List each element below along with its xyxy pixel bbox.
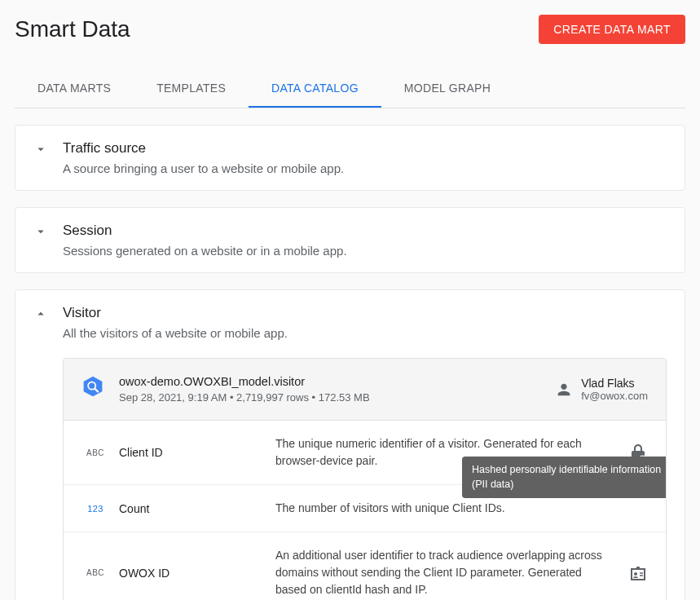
field-name: OWOX ID — [119, 567, 266, 580]
owner-email: fv@owox.com — [581, 390, 648, 402]
model-meta: Sep 28, 2021, 9:19 AM • 2,719,997 rows •… — [119, 391, 370, 404]
tooltip: Hashed personally identifiable informati… — [462, 457, 667, 498]
owner-name: Vlad Flaks — [581, 377, 648, 390]
type-badge-number: 123 — [81, 504, 109, 514]
model-header: owox-demo.OWOXBI_model.visitor Sep 28, 2… — [64, 359, 666, 421]
section-title: Session — [63, 223, 347, 239]
section-title: Visitor — [63, 305, 288, 321]
model-owner: Vlad Flaks fv@owox.com — [555, 377, 648, 402]
tab-templates[interactable]: TEMPLATES — [134, 70, 249, 108]
svg-marker-0 — [84, 377, 103, 397]
tab-model-graph[interactable]: MODEL GRAPH — [381, 70, 513, 108]
section-session: Session Sessions generated on a website … — [15, 207, 685, 273]
tab-data-marts[interactable]: DATA MARTS — [15, 70, 134, 108]
id-badge-icon[interactable] — [628, 563, 648, 583]
field-description: The number of visitors with unique Clien… — [275, 500, 619, 517]
type-badge-string: ABC — [81, 448, 109, 457]
page-title: Smart Data — [15, 16, 130, 42]
chevron-down-icon[interactable] — [33, 224, 48, 239]
section-description: All the visitors of a website or mobile … — [63, 326, 288, 340]
section-traffic-source: Traffic source A source bringing a user … — [15, 125, 685, 191]
svg-point-6 — [634, 572, 637, 576]
field-row-owox-id[interactable]: ABC OWOX ID An additional user identifie… — [64, 532, 666, 600]
field-name: Client ID — [119, 446, 266, 459]
field-description: An additional user identifier to track a… — [275, 547, 619, 598]
person-icon — [555, 381, 573, 399]
section-title: Traffic source — [63, 140, 344, 157]
chevron-up-icon[interactable] — [33, 307, 48, 321]
model-container: owox-demo.OWOXBI_model.visitor Sep 28, 2… — [63, 358, 667, 600]
field-row-client-id[interactable]: ABC Client ID The unique numeric identif… — [64, 421, 666, 485]
section-description: Sessions generated on a website or in a … — [63, 244, 347, 258]
model-name: owox-demo.OWOXBI_model.visitor — [119, 375, 370, 388]
section-visitor: Visitor All the visitors of a website or… — [15, 289, 685, 600]
tab-data-catalog[interactable]: DATA CATALOG — [249, 70, 381, 108]
create-data-mart-button[interactable]: CREATE DATA MART — [539, 15, 685, 44]
bigquery-icon — [81, 375, 104, 398]
section-description: A source bringing a user to a website or… — [63, 161, 344, 175]
svg-rect-5 — [636, 567, 640, 570]
tab-bar: DATA MARTS TEMPLATES DATA CATALOG MODEL … — [15, 70, 685, 108]
field-name: Count — [119, 502, 266, 515]
type-badge-string: ABC — [81, 568, 109, 577]
chevron-down-icon[interactable] — [33, 142, 48, 157]
